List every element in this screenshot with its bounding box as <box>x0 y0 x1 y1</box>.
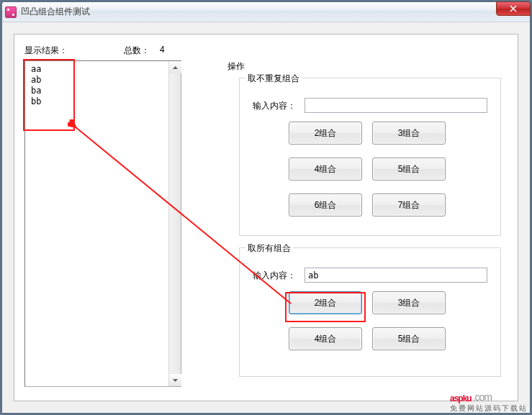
g2-btn-4[interactable]: 4组合 <box>289 327 362 350</box>
scrollbar[interactable] <box>168 61 181 386</box>
close-button[interactable] <box>496 1 531 16</box>
g1-input-label: 输入内容： <box>253 100 296 112</box>
group-unique-combos: 取不重复组合 输入内容： 2组合3组合4组合5组合6组合7组合 <box>239 78 501 236</box>
chevron-up-icon <box>173 66 178 69</box>
inner-panel: 显示结果： 总数： 4 aa ab ba bb 操作 <box>14 34 518 401</box>
g1-btn-3[interactable]: 3组合 <box>372 122 446 145</box>
result-list-content: aa ab ba bb <box>25 61 181 110</box>
app-window: 凹凸组合组件测试 显示结果： 总数： 4 aa ab ba bb <box>1 1 531 414</box>
g1-btn-7[interactable]: 7组合 <box>372 193 446 216</box>
total-value: 4 <box>160 45 165 55</box>
watermark-tagline: 免费网站源码下载站 <box>450 403 528 414</box>
watermark: aspku.com 免费网站源码下载站 <box>450 384 528 414</box>
g2-btn-2[interactable]: 2组合 <box>289 291 362 314</box>
g1-btn-2[interactable]: 2组合 <box>289 122 362 145</box>
g1-btn-4[interactable]: 4组合 <box>289 158 362 181</box>
g2-input[interactable] <box>305 268 487 283</box>
chevron-down-icon <box>173 379 178 382</box>
group-unique-title: 取不重复组合 <box>245 73 302 85</box>
watermark-brand: aspku <box>450 393 472 403</box>
result-listbox[interactable]: aa ab ba bb <box>24 60 181 387</box>
group-all-combos: 取所有组合 输入内容： 2组合3组合4组合5组合 <box>239 247 501 377</box>
watermark-tld: .com <box>473 391 492 403</box>
g1-btn-5[interactable]: 5组合 <box>372 158 446 181</box>
g2-btn-5[interactable]: 5组合 <box>372 327 446 350</box>
app-icon <box>5 6 17 18</box>
titlebar[interactable]: 凹凸组合组件测试 <box>2 2 530 22</box>
close-icon <box>510 5 517 12</box>
scroll-up-button[interactable] <box>169 61 181 73</box>
g1-input[interactable] <box>305 98 487 113</box>
g2-input-label: 输入内容： <box>253 270 296 282</box>
total-header-label: 总数： <box>124 45 150 57</box>
client-area: 显示结果： 总数： 4 aa ab ba bb 操作 <box>2 22 530 413</box>
result-header-label: 显示结果： <box>24 45 68 57</box>
scroll-down-button[interactable] <box>169 374 181 386</box>
window-title: 凹凸组合组件测试 <box>21 6 90 18</box>
g2-btn-3[interactable]: 3组合 <box>372 291 446 314</box>
group-all-title: 取所有组合 <box>245 242 293 255</box>
g1-btn-6[interactable]: 6组合 <box>289 193 362 216</box>
operation-label: 操作 <box>227 60 245 73</box>
